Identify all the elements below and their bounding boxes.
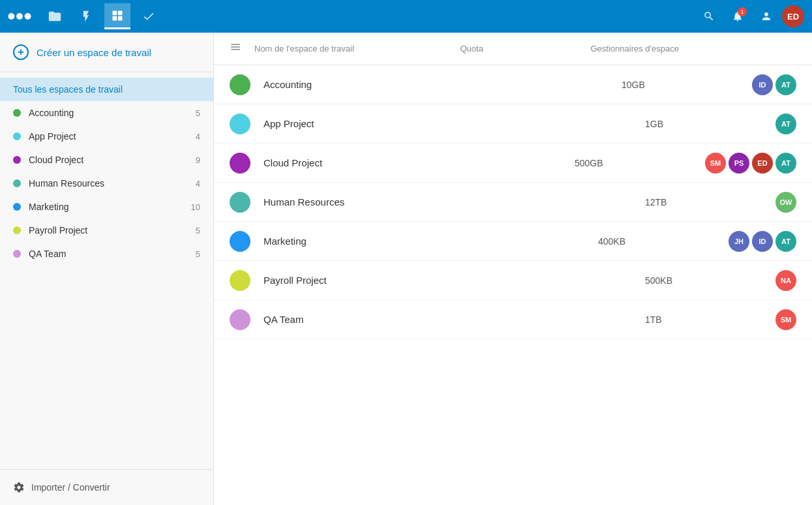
sidebar-dot bbox=[13, 250, 21, 258]
notification-badge: 1 bbox=[738, 7, 747, 16]
sidebar-item-count: 5 bbox=[196, 108, 200, 118]
workspace-managers: OW bbox=[775, 192, 796, 213]
sidebar-dot bbox=[13, 226, 21, 234]
workspace-color-dot bbox=[230, 192, 250, 213]
content-header: Nom de l'espace de travail Quota Gestion… bbox=[214, 33, 812, 65]
create-plus-icon: + bbox=[13, 44, 29, 60]
workspace-color-dot bbox=[230, 309, 250, 330]
sidebar-item-label: QA Team bbox=[29, 249, 66, 259]
workspace-name: Accounting bbox=[263, 79, 622, 90]
workspace-row[interactable]: QA Team 1TB SM bbox=[214, 300, 812, 339]
create-workspace-label: Créer un espace de travail bbox=[37, 47, 151, 58]
workspace-quota: 1GB bbox=[645, 119, 775, 129]
workspace-color-dot bbox=[230, 153, 250, 174]
all-workspaces-label: Tous les espaces de travail bbox=[13, 84, 123, 95]
import-convert-button[interactable]: Importer / Convertir bbox=[0, 469, 213, 505]
sidebar-items-list: Tous les espaces de travail Accounting 5… bbox=[0, 72, 213, 469]
workspace-row[interactable]: App Project 1GB AT bbox=[214, 104, 812, 144]
workspace-row[interactable]: Cloud Project 500GB SMPSEDAT bbox=[214, 144, 812, 183]
svg-point-1 bbox=[16, 13, 23, 20]
sidebar-item-human-resources[interactable]: Human Resources 4 bbox=[0, 172, 213, 195]
sidebar-item-app-project[interactable]: App Project 4 bbox=[0, 125, 213, 148]
search-button[interactable] bbox=[696, 3, 722, 29]
tasks-nav-icon[interactable] bbox=[136, 3, 162, 29]
sidebar-item-label: Human Resources bbox=[29, 178, 104, 189]
menu-icon[interactable] bbox=[230, 41, 241, 56]
workspace-nav-icon[interactable] bbox=[104, 3, 130, 29]
workspace-row[interactable]: Human Resources 12TB OW bbox=[214, 183, 812, 222]
svg-point-2 bbox=[25, 13, 31, 20]
settings-icon bbox=[13, 482, 25, 493]
manager-avatar: SM bbox=[705, 153, 726, 174]
manager-avatar: ED bbox=[752, 153, 773, 174]
sidebar-item-label: Cloud Project bbox=[29, 155, 83, 165]
workspace-name: Human Resources bbox=[263, 196, 645, 207]
sidebar-item-label: Marketing bbox=[29, 202, 68, 212]
nav-right-section: 1 ED bbox=[696, 3, 804, 29]
svg-rect-3 bbox=[113, 10, 117, 15]
sidebar-item-accounting[interactable]: Accounting 5 bbox=[0, 101, 213, 125]
sidebar-item-label: Payroll Project bbox=[29, 225, 87, 236]
app-logo[interactable] bbox=[8, 8, 31, 24]
import-convert-label: Importer / Convertir bbox=[31, 482, 110, 493]
top-navigation: 1 ED bbox=[0, 0, 812, 33]
workspace-quota: 1TB bbox=[645, 314, 775, 325]
sidebar-item-count: 4 bbox=[196, 179, 200, 189]
workspace-managers: AT bbox=[775, 114, 796, 134]
workspace-name: QA Team bbox=[263, 314, 645, 325]
sidebar-item-all-workspaces[interactable]: Tous les espaces de travail bbox=[0, 78, 213, 101]
sidebar-item-payroll-project[interactable]: Payroll Project 5 bbox=[0, 219, 213, 242]
workspace-quota: 12TB bbox=[645, 197, 775, 207]
sidebar-dot bbox=[13, 109, 21, 117]
create-workspace-button[interactable]: + Créer un espace de travail bbox=[0, 33, 213, 72]
sidebar-item-cloud-project[interactable]: Cloud Project 9 bbox=[0, 148, 213, 172]
workspace-row[interactable]: Payroll Project 500KB NA bbox=[214, 261, 812, 300]
manager-avatar: PS bbox=[729, 153, 749, 174]
sidebar-item-count: 5 bbox=[196, 226, 200, 236]
workspace-color-dot bbox=[230, 231, 250, 252]
contacts-button[interactable] bbox=[753, 3, 779, 29]
manager-avatar: ID bbox=[752, 231, 773, 252]
sidebar-item-count: 5 bbox=[196, 249, 200, 259]
sidebar: + Créer un espace de travail Tous les es… bbox=[0, 33, 214, 505]
manager-avatar: JH bbox=[729, 231, 749, 252]
manager-avatar: OW bbox=[775, 192, 796, 213]
svg-rect-5 bbox=[113, 16, 117, 20]
sidebar-item-qa-team[interactable]: QA Team 5 bbox=[0, 242, 213, 266]
workspace-managers: JHIDAT bbox=[729, 231, 796, 252]
header-managers-col: Gestionnaires d'espace bbox=[591, 44, 797, 54]
header-quota-col: Quota bbox=[460, 44, 591, 54]
user-avatar[interactable]: ED bbox=[782, 5, 804, 27]
notifications-button[interactable]: 1 bbox=[725, 3, 751, 29]
workspace-list: Accounting 10GB IDAT App Project 1GB AT … bbox=[214, 65, 812, 505]
workspace-managers: SM bbox=[775, 309, 796, 330]
content-area: Nom de l'espace de travail Quota Gestion… bbox=[214, 33, 812, 505]
workspace-quota: 10GB bbox=[622, 80, 752, 90]
sidebar-item-label: Accounting bbox=[29, 108, 74, 118]
workspace-managers: SMPSEDAT bbox=[705, 153, 796, 174]
manager-avatar: AT bbox=[775, 74, 796, 95]
activity-nav-icon[interactable] bbox=[73, 3, 99, 29]
workspace-color-dot bbox=[230, 74, 250, 95]
files-nav-icon[interactable] bbox=[42, 3, 68, 29]
workspace-color-dot bbox=[230, 270, 250, 291]
workspace-quota: 500KB bbox=[645, 275, 775, 286]
svg-rect-4 bbox=[118, 10, 123, 15]
sidebar-dot bbox=[13, 156, 21, 164]
sidebar-dot bbox=[13, 179, 21, 187]
workspace-color-dot bbox=[230, 114, 250, 134]
sidebar-item-marketing[interactable]: Marketing 10 bbox=[0, 195, 213, 219]
sidebar-item-count: 10 bbox=[191, 202, 200, 212]
sidebar-item-count: 4 bbox=[196, 132, 200, 142]
sidebar-item-label: App Project bbox=[29, 131, 76, 142]
sidebar-dot bbox=[13, 132, 21, 140]
workspace-row[interactable]: Marketing 400KB JHIDAT bbox=[214, 222, 812, 261]
svg-rect-6 bbox=[118, 16, 123, 20]
workspace-row[interactable]: Accounting 10GB IDAT bbox=[214, 65, 812, 104]
manager-avatar: AT bbox=[775, 153, 796, 174]
workspace-name: Payroll Project bbox=[263, 275, 645, 286]
manager-avatar: ID bbox=[752, 74, 773, 95]
workspace-name: Marketing bbox=[263, 236, 598, 247]
manager-avatar: AT bbox=[775, 114, 796, 134]
sidebar-item-count: 9 bbox=[196, 155, 200, 165]
